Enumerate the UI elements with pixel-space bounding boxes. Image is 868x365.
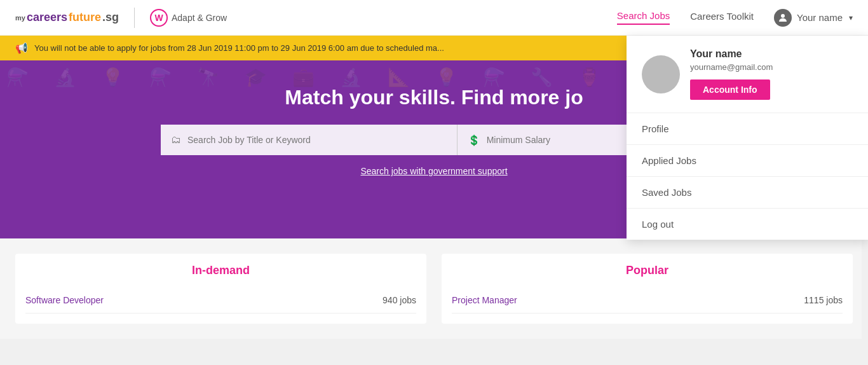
svg-point-0 <box>781 14 785 18</box>
header: my careers future .sg W Adapt & Grow Sea… <box>0 0 868 36</box>
logo-sg: .sg <box>102 11 119 24</box>
dropdown-avatar <box>642 55 680 93</box>
dropdown-user-section: Your name yourname@gmail.com Account Inf… <box>627 36 868 113</box>
user-avatar-icon <box>774 9 792 27</box>
alert-message: You will not be able to apply for jobs f… <box>34 43 444 53</box>
popular-title: Popular <box>452 264 843 277</box>
search-job-input[interactable] <box>187 135 447 145</box>
dropdown-user-name: Your name <box>690 48 853 60</box>
job-title-link[interactable]: Software Developer <box>25 295 104 305</box>
job-count: 940 jobs <box>383 295 416 305</box>
logo-divider <box>134 8 135 28</box>
job-title-link[interactable]: Project Manager <box>452 295 517 305</box>
logo-area: my careers future .sg W Adapt & Grow <box>15 8 227 28</box>
dropdown-user-email: yourname@gmail.com <box>690 62 853 72</box>
dropdown-item-profile[interactable]: Profile <box>627 113 868 145</box>
bottom-section: In-demand Software Developer 940 jobs Po… <box>0 238 868 339</box>
table-row: Software Developer 940 jobs <box>25 287 416 313</box>
dropdown-item-applied-jobs[interactable]: Applied Jobs <box>627 145 868 177</box>
nav-careers-toolkit[interactable]: Careers Toolkit <box>690 11 754 24</box>
indemand-box: In-demand Software Developer 940 jobs <box>15 254 426 324</box>
search-icon: 🗂 <box>171 134 181 146</box>
popular-box: Popular Project Manager 1115 jobs <box>442 254 853 324</box>
adapt-grow-logo: W Adapt & Grow <box>150 9 227 27</box>
job-count: 1115 jobs <box>804 295 843 305</box>
mcf-logo: my careers future .sg <box>15 11 119 24</box>
dropdown-item-logout[interactable]: Log out <box>627 209 868 240</box>
salary-icon: 💲 <box>468 134 480 146</box>
search-job-container: 🗂 <box>161 125 457 155</box>
search-bar: 🗂 💲 <box>161 125 707 155</box>
megaphone-icon: 📢 <box>15 42 28 54</box>
table-row: Project Manager 1115 jobs <box>452 287 843 313</box>
user-menu-trigger[interactable]: Your name ▾ <box>774 9 853 27</box>
account-info-button[interactable]: Account Info <box>690 79 770 100</box>
logo-future: future <box>69 11 101 24</box>
nav-area: Search Jobs Careers Toolkit Your name ▾ <box>617 9 853 27</box>
adapt-text: Adapt & Grow <box>172 13 227 23</box>
nav-search-jobs[interactable]: Search Jobs <box>617 10 670 25</box>
adapt-icon: W <box>150 9 168 27</box>
chevron-down-icon: ▾ <box>849 13 853 22</box>
user-name-text: Your name <box>797 12 843 23</box>
logo-my: my <box>15 14 25 22</box>
indemand-title: In-demand <box>25 264 416 277</box>
user-dropdown-menu: Your name yourname@gmail.com Account Inf… <box>627 36 868 240</box>
dropdown-user-info: Your name yourname@gmail.com Account Inf… <box>690 48 853 100</box>
dropdown-item-saved-jobs[interactable]: Saved Jobs <box>627 177 868 209</box>
logo-careers: careers <box>27 11 67 24</box>
